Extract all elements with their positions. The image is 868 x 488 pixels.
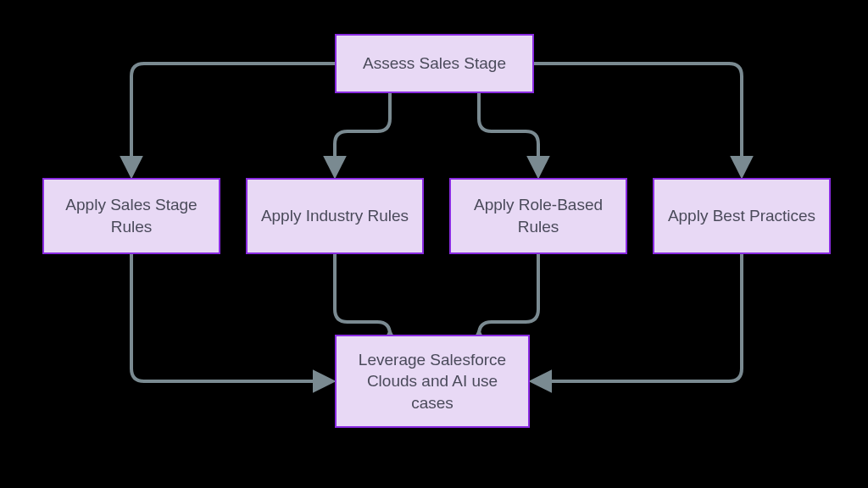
node-label: Assess Sales Stage <box>363 53 506 75</box>
node-label: Apply Sales Stage Rules <box>56 194 207 237</box>
node-label: Apply Role-Based Rules <box>463 194 614 237</box>
node-label: Apply Industry Rules <box>261 205 409 227</box>
edge-m1-bottom <box>131 254 331 381</box>
edge-top-m4 <box>534 64 742 175</box>
node-leverage-salesforce: Leverage Salesforce Clouds and AI use ca… <box>335 335 530 428</box>
node-apply-role-based-rules: Apply Role-Based Rules <box>449 178 627 254</box>
node-apply-industry-rules: Apply Industry Rules <box>246 178 424 254</box>
edge-m2-bottom <box>335 254 390 335</box>
edge-top-m3 <box>479 93 538 175</box>
node-apply-sales-stage-rules: Apply Sales Stage Rules <box>42 178 220 254</box>
node-apply-best-practices: Apply Best Practices <box>653 178 831 254</box>
node-label: Apply Best Practices <box>668 205 815 227</box>
node-assess-sales-stage: Assess Sales Stage <box>335 34 534 93</box>
edge-m4-bottom <box>533 254 742 381</box>
node-label: Leverage Salesforce Clouds and AI use ca… <box>348 349 516 414</box>
edge-m3-bottom <box>479 254 538 335</box>
edge-top-m2 <box>335 93 390 175</box>
edge-top-m1 <box>131 64 335 175</box>
